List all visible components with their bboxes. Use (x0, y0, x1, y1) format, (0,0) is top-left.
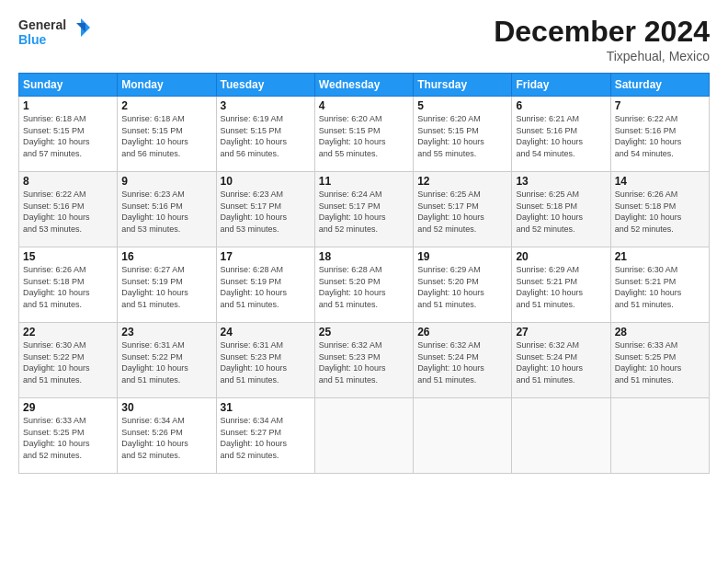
day-info: Sunrise: 6:31 AM Sunset: 5:22 PM Dayligh… (121, 340, 188, 385)
day-number: 6 (516, 99, 606, 112)
day-number: 26 (417, 326, 507, 339)
day-number: 19 (417, 250, 507, 263)
main-title: December 2024 (494, 15, 710, 49)
day-info: Sunrise: 6:32 AM Sunset: 5:23 PM Dayligh… (319, 340, 386, 385)
calendar-cell: 10 Sunrise: 6:23 AM Sunset: 5:17 PM Dayl… (216, 172, 314, 247)
day-number: 16 (121, 250, 211, 263)
day-number: 5 (417, 99, 507, 112)
calendar-cell: 20 Sunrise: 6:29 AM Sunset: 5:21 PM Dayl… (512, 247, 610, 323)
calendar-cell (512, 398, 610, 474)
calendar-header-saturday: Saturday (610, 74, 709, 97)
calendar-cell: 19 Sunrise: 6:29 AM Sunset: 5:20 PM Dayl… (414, 247, 512, 323)
day-info: Sunrise: 6:21 AM Sunset: 5:16 PM Dayligh… (516, 114, 583, 158)
calendar-week-4: 22 Sunrise: 6:30 AM Sunset: 5:22 PM Dayl… (19, 323, 710, 398)
day-number: 27 (516, 326, 606, 339)
logo-icon: General Blue (18, 15, 92, 53)
calendar-week-3: 15 Sunrise: 6:26 AM Sunset: 5:18 PM Dayl… (19, 247, 710, 323)
calendar-cell: 9 Sunrise: 6:23 AM Sunset: 5:16 PM Dayli… (118, 172, 216, 247)
day-info: Sunrise: 6:27 AM Sunset: 5:19 PM Dayligh… (121, 265, 188, 309)
day-info: Sunrise: 6:34 AM Sunset: 5:27 PM Dayligh… (221, 416, 288, 460)
day-info: Sunrise: 6:22 AM Sunset: 5:16 PM Dayligh… (23, 190, 90, 234)
day-info: Sunrise: 6:20 AM Sunset: 5:15 PM Dayligh… (417, 114, 484, 158)
calendar-cell: 5 Sunrise: 6:20 AM Sunset: 5:15 PM Dayli… (414, 97, 512, 172)
day-info: Sunrise: 6:32 AM Sunset: 5:24 PM Dayligh… (516, 340, 583, 385)
day-number: 22 (23, 326, 113, 339)
day-info: Sunrise: 6:28 AM Sunset: 5:20 PM Dayligh… (319, 265, 386, 309)
day-number: 29 (23, 401, 113, 414)
calendar-cell: 1 Sunrise: 6:18 AM Sunset: 5:15 PM Dayli… (19, 97, 118, 172)
day-info: Sunrise: 6:33 AM Sunset: 5:25 PM Dayligh… (23, 416, 90, 460)
calendar-table: SundayMondayTuesdayWednesdayThursdayFrid… (18, 73, 710, 474)
calendar-cell: 31 Sunrise: 6:34 AM Sunset: 5:27 PM Dayl… (216, 398, 314, 474)
calendar-cell: 21 Sunrise: 6:30 AM Sunset: 5:21 PM Dayl… (610, 247, 709, 323)
calendar-header-thursday: Thursday (414, 74, 512, 97)
calendar-cell: 12 Sunrise: 6:25 AM Sunset: 5:17 PM Dayl… (414, 172, 512, 247)
title-block: December 2024 Tixpehual, Mexico (494, 15, 710, 63)
day-info: Sunrise: 6:19 AM Sunset: 5:15 PM Dayligh… (221, 114, 288, 158)
subtitle: Tixpehual, Mexico (494, 49, 710, 63)
day-number: 1 (23, 99, 113, 112)
calendar-cell: 14 Sunrise: 6:26 AM Sunset: 5:18 PM Dayl… (610, 172, 709, 247)
day-number: 31 (221, 401, 311, 414)
calendar-body: 1 Sunrise: 6:18 AM Sunset: 5:15 PM Dayli… (19, 97, 710, 474)
day-number: 28 (615, 326, 705, 339)
svg-text:General: General (18, 17, 66, 32)
day-info: Sunrise: 6:18 AM Sunset: 5:15 PM Dayligh… (121, 114, 188, 158)
day-number: 2 (121, 99, 211, 112)
day-number: 15 (23, 250, 113, 263)
day-info: Sunrise: 6:30 AM Sunset: 5:22 PM Dayligh… (23, 340, 90, 385)
day-number: 10 (221, 175, 311, 188)
calendar-cell: 13 Sunrise: 6:25 AM Sunset: 5:18 PM Dayl… (512, 172, 610, 247)
day-number: 23 (121, 326, 211, 339)
day-number: 4 (319, 99, 409, 112)
day-number: 14 (615, 175, 705, 188)
calendar-week-1: 1 Sunrise: 6:18 AM Sunset: 5:15 PM Dayli… (19, 97, 710, 172)
calendar-week-5: 29 Sunrise: 6:33 AM Sunset: 5:25 PM Dayl… (19, 398, 710, 474)
day-info: Sunrise: 6:23 AM Sunset: 5:17 PM Dayligh… (221, 190, 288, 234)
calendar-header-sunday: Sunday (19, 74, 118, 97)
day-number: 25 (319, 326, 409, 339)
day-info: Sunrise: 6:31 AM Sunset: 5:23 PM Dayligh… (221, 340, 288, 385)
calendar-cell: 18 Sunrise: 6:28 AM Sunset: 5:20 PM Dayl… (314, 247, 413, 323)
calendar-cell: 23 Sunrise: 6:31 AM Sunset: 5:22 PM Dayl… (118, 323, 216, 398)
day-info: Sunrise: 6:25 AM Sunset: 5:17 PM Dayligh… (417, 190, 484, 234)
day-info: Sunrise: 6:23 AM Sunset: 5:16 PM Dayligh… (121, 190, 188, 234)
day-number: 8 (23, 175, 113, 188)
calendar-cell: 8 Sunrise: 6:22 AM Sunset: 5:16 PM Dayli… (19, 172, 118, 247)
day-info: Sunrise: 6:29 AM Sunset: 5:21 PM Dayligh… (516, 265, 583, 309)
calendar-cell: 26 Sunrise: 6:32 AM Sunset: 5:24 PM Dayl… (414, 323, 512, 398)
calendar-cell: 3 Sunrise: 6:19 AM Sunset: 5:15 PM Dayli… (216, 97, 314, 172)
calendar-cell (610, 398, 709, 474)
logo: General Blue (18, 15, 92, 57)
day-number: 13 (516, 175, 606, 188)
calendar-header-monday: Monday (118, 74, 216, 97)
day-number: 24 (221, 326, 311, 339)
svg-text:Blue: Blue (18, 32, 47, 47)
day-info: Sunrise: 6:24 AM Sunset: 5:17 PM Dayligh… (319, 190, 386, 234)
day-info: Sunrise: 6:34 AM Sunset: 5:26 PM Dayligh… (121, 416, 188, 460)
calendar-cell: 17 Sunrise: 6:28 AM Sunset: 5:19 PM Dayl… (216, 247, 314, 323)
calendar-cell: 2 Sunrise: 6:18 AM Sunset: 5:15 PM Dayli… (118, 97, 216, 172)
calendar-cell: 15 Sunrise: 6:26 AM Sunset: 5:18 PM Dayl… (19, 247, 118, 323)
day-number: 7 (615, 99, 705, 112)
day-number: 30 (121, 401, 211, 414)
calendar-cell: 7 Sunrise: 6:22 AM Sunset: 5:16 PM Dayli… (610, 97, 709, 172)
calendar-cell (414, 398, 512, 474)
calendar-cell: 16 Sunrise: 6:27 AM Sunset: 5:19 PM Dayl… (118, 247, 216, 323)
day-number: 20 (516, 250, 606, 263)
calendar-header-friday: Friday (512, 74, 610, 97)
calendar-cell: 27 Sunrise: 6:32 AM Sunset: 5:24 PM Dayl… (512, 323, 610, 398)
calendar-cell: 25 Sunrise: 6:32 AM Sunset: 5:23 PM Dayl… (314, 323, 413, 398)
calendar-cell: 29 Sunrise: 6:33 AM Sunset: 5:25 PM Dayl… (19, 398, 118, 474)
header: General Blue December 2024 Tixpehual, Me… (18, 15, 710, 63)
day-info: Sunrise: 6:29 AM Sunset: 5:20 PM Dayligh… (417, 265, 484, 309)
day-info: Sunrise: 6:33 AM Sunset: 5:25 PM Dayligh… (615, 340, 682, 385)
calendar-cell: 24 Sunrise: 6:31 AM Sunset: 5:23 PM Dayl… (216, 323, 314, 398)
day-number: 9 (121, 175, 211, 188)
calendar-cell: 11 Sunrise: 6:24 AM Sunset: 5:17 PM Dayl… (314, 172, 413, 247)
day-info: Sunrise: 6:25 AM Sunset: 5:18 PM Dayligh… (516, 190, 583, 234)
day-info: Sunrise: 6:20 AM Sunset: 5:15 PM Dayligh… (319, 114, 386, 158)
day-info: Sunrise: 6:30 AM Sunset: 5:21 PM Dayligh… (615, 265, 682, 309)
calendar-cell: 4 Sunrise: 6:20 AM Sunset: 5:15 PM Dayli… (314, 97, 413, 172)
page: General Blue December 2024 Tixpehual, Me… (0, 0, 728, 563)
